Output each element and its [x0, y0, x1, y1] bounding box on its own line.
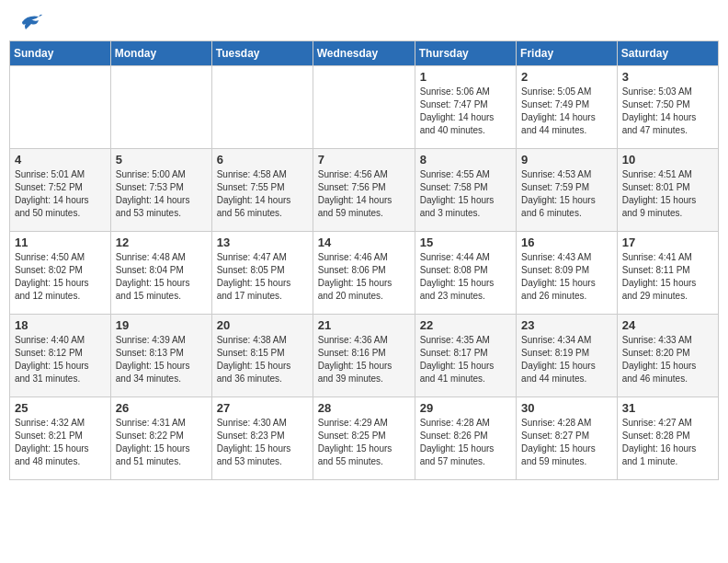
calendar-cell: 10Sunrise: 4:51 AM Sunset: 8:01 PM Dayli…	[617, 149, 718, 232]
calendar-cell: 15Sunrise: 4:44 AM Sunset: 8:08 PM Dayli…	[415, 232, 516, 315]
calendar-cell: 2Sunrise: 5:05 AM Sunset: 7:49 PM Daylig…	[517, 66, 618, 149]
day-number: 29	[420, 401, 511, 415]
day-number: 25	[15, 401, 106, 415]
day-number: 8	[420, 153, 511, 167]
day-info: Sunrise: 4:44 AM Sunset: 8:08 PM Dayligh…	[420, 251, 511, 303]
day-info: Sunrise: 4:48 AM Sunset: 8:04 PM Dayligh…	[116, 251, 207, 303]
day-number: 20	[217, 318, 308, 332]
day-info: Sunrise: 4:55 AM Sunset: 7:58 PM Dayligh…	[420, 168, 511, 220]
day-number: 17	[622, 236, 713, 249]
day-number: 30	[521, 401, 612, 415]
calendar-cell	[211, 66, 313, 149]
day-number: 22	[420, 318, 511, 332]
day-number: 13	[217, 236, 308, 249]
calendar-cell: 20Sunrise: 4:38 AM Sunset: 8:15 PM Dayli…	[211, 315, 313, 397]
calendar-week-row: 4Sunrise: 5:01 AM Sunset: 7:52 PM Daylig…	[10, 149, 719, 232]
day-number: 15	[420, 236, 511, 249]
day-number: 11	[15, 236, 106, 249]
calendar-cell: 5Sunrise: 5:00 AM Sunset: 7:53 PM Daylig…	[110, 149, 211, 232]
calendar-cell: 7Sunrise: 4:56 AM Sunset: 7:56 PM Daylig…	[313, 149, 415, 232]
day-info: Sunrise: 4:38 AM Sunset: 8:15 PM Dayligh…	[217, 334, 308, 385]
day-number: 4	[15, 153, 106, 167]
day-number: 9	[521, 153, 612, 167]
calendar-cell: 1Sunrise: 5:06 AM Sunset: 7:47 PM Daylig…	[415, 66, 516, 149]
day-number: 3	[622, 70, 713, 84]
calendar-cell: 23Sunrise: 4:34 AM Sunset: 8:19 PM Dayli…	[517, 315, 618, 397]
day-number: 7	[318, 153, 410, 167]
calendar-cell: 25Sunrise: 4:32 AM Sunset: 8:21 PM Dayli…	[10, 397, 111, 480]
day-number: 12	[116, 236, 207, 249]
day-number: 26	[116, 401, 207, 415]
day-number: 14	[318, 236, 410, 249]
calendar-cell: 27Sunrise: 4:30 AM Sunset: 8:23 PM Dayli…	[211, 397, 313, 480]
day-info: Sunrise: 4:31 AM Sunset: 8:22 PM Dayligh…	[116, 417, 207, 468]
day-number: 24	[622, 318, 713, 332]
day-info: Sunrise: 4:50 AM Sunset: 8:02 PM Dayligh…	[15, 251, 106, 303]
day-info: Sunrise: 4:28 AM Sunset: 8:26 PM Dayligh…	[420, 417, 511, 468]
day-number: 23	[521, 318, 612, 332]
calendar-cell: 4Sunrise: 5:01 AM Sunset: 7:52 PM Daylig…	[10, 149, 111, 232]
weekday-header-sunday: Sunday	[10, 41, 111, 66]
day-info: Sunrise: 4:46 AM Sunset: 8:06 PM Dayligh…	[318, 251, 410, 303]
day-info: Sunrise: 4:47 AM Sunset: 8:05 PM Dayligh…	[217, 251, 308, 303]
logo-bird-icon	[18, 13, 42, 33]
day-info: Sunrise: 4:56 AM Sunset: 7:56 PM Dayligh…	[318, 168, 410, 220]
calendar-cell: 13Sunrise: 4:47 AM Sunset: 8:05 PM Dayli…	[211, 232, 313, 315]
calendar-cell: 3Sunrise: 5:03 AM Sunset: 7:50 PM Daylig…	[617, 66, 718, 149]
calendar-cell: 31Sunrise: 4:27 AM Sunset: 8:28 PM Dayli…	[617, 397, 718, 480]
day-number: 5	[116, 153, 207, 167]
weekday-header-wednesday: Wednesday	[313, 41, 415, 66]
day-info: Sunrise: 4:29 AM Sunset: 8:25 PM Dayligh…	[318, 417, 410, 468]
day-info: Sunrise: 4:34 AM Sunset: 8:19 PM Dayligh…	[521, 334, 612, 385]
day-info: Sunrise: 5:05 AM Sunset: 7:49 PM Dayligh…	[521, 86, 612, 137]
day-number: 10	[622, 153, 713, 167]
weekday-header-thursday: Thursday	[415, 41, 516, 66]
calendar-cell: 29Sunrise: 4:28 AM Sunset: 8:26 PM Dayli…	[415, 397, 516, 480]
calendar-table: SundayMondayTuesdayWednesdayThursdayFrid…	[9, 40, 719, 480]
calendar-cell: 16Sunrise: 4:43 AM Sunset: 8:09 PM Dayli…	[517, 232, 618, 315]
calendar-cell	[10, 66, 111, 149]
day-info: Sunrise: 4:36 AM Sunset: 8:16 PM Dayligh…	[318, 334, 410, 385]
calendar-cell: 8Sunrise: 4:55 AM Sunset: 7:58 PM Daylig…	[415, 149, 516, 232]
day-info: Sunrise: 5:01 AM Sunset: 7:52 PM Dayligh…	[15, 168, 106, 220]
calendar-week-row: 11Sunrise: 4:50 AM Sunset: 8:02 PM Dayli…	[10, 232, 719, 315]
day-info: Sunrise: 4:43 AM Sunset: 8:09 PM Dayligh…	[521, 251, 612, 303]
day-number: 28	[318, 401, 410, 415]
day-number: 2	[521, 70, 612, 84]
calendar-cell: 9Sunrise: 4:53 AM Sunset: 7:59 PM Daylig…	[517, 149, 618, 232]
calendar-cell	[313, 66, 415, 149]
day-info: Sunrise: 4:41 AM Sunset: 8:11 PM Dayligh…	[622, 251, 713, 303]
calendar-cell: 24Sunrise: 4:33 AM Sunset: 8:20 PM Dayli…	[617, 315, 718, 397]
day-info: Sunrise: 4:53 AM Sunset: 7:59 PM Dayligh…	[521, 168, 612, 220]
weekday-header-monday: Monday	[110, 41, 211, 66]
calendar-week-row: 1Sunrise: 5:06 AM Sunset: 7:47 PM Daylig…	[10, 66, 719, 149]
day-info: Sunrise: 4:30 AM Sunset: 8:23 PM Dayligh…	[217, 417, 308, 468]
day-info: Sunrise: 4:58 AM Sunset: 7:55 PM Dayligh…	[217, 168, 308, 220]
calendar-cell: 26Sunrise: 4:31 AM Sunset: 8:22 PM Dayli…	[110, 397, 211, 480]
day-number: 16	[521, 236, 612, 249]
calendar-cell: 6Sunrise: 4:58 AM Sunset: 7:55 PM Daylig…	[211, 149, 313, 232]
day-number: 27	[217, 401, 308, 415]
weekday-header-saturday: Saturday	[617, 41, 718, 66]
day-info: Sunrise: 4:27 AM Sunset: 8:28 PM Dayligh…	[622, 417, 713, 468]
page-header	[9, 9, 719, 33]
calendar-cell: 18Sunrise: 4:40 AM Sunset: 8:12 PM Dayli…	[10, 315, 111, 397]
day-info: Sunrise: 5:00 AM Sunset: 7:53 PM Dayligh…	[116, 168, 207, 220]
day-info: Sunrise: 4:39 AM Sunset: 8:13 PM Dayligh…	[116, 334, 207, 385]
calendar-cell: 14Sunrise: 4:46 AM Sunset: 8:06 PM Dayli…	[313, 232, 415, 315]
calendar-cell: 12Sunrise: 4:48 AM Sunset: 8:04 PM Dayli…	[110, 232, 211, 315]
day-info: Sunrise: 4:28 AM Sunset: 8:27 PM Dayligh…	[521, 417, 612, 468]
calendar-cell: 19Sunrise: 4:39 AM Sunset: 8:13 PM Dayli…	[110, 315, 211, 397]
day-info: Sunrise: 5:06 AM Sunset: 7:47 PM Dayligh…	[420, 86, 511, 137]
calendar-cell	[110, 66, 211, 149]
weekday-header-tuesday: Tuesday	[211, 41, 313, 66]
calendar-cell: 17Sunrise: 4:41 AM Sunset: 8:11 PM Dayli…	[617, 232, 718, 315]
day-info: Sunrise: 4:32 AM Sunset: 8:21 PM Dayligh…	[15, 417, 106, 468]
day-info: Sunrise: 4:51 AM Sunset: 8:01 PM Dayligh…	[622, 168, 713, 220]
calendar-week-row: 25Sunrise: 4:32 AM Sunset: 8:21 PM Dayli…	[10, 397, 719, 480]
day-info: Sunrise: 5:03 AM Sunset: 7:50 PM Dayligh…	[622, 86, 713, 137]
calendar-week-row: 18Sunrise: 4:40 AM Sunset: 8:12 PM Dayli…	[10, 315, 719, 397]
calendar-cell: 30Sunrise: 4:28 AM Sunset: 8:27 PM Dayli…	[517, 397, 618, 480]
day-info: Sunrise: 4:35 AM Sunset: 8:17 PM Dayligh…	[420, 334, 511, 385]
weekday-header-row: SundayMondayTuesdayWednesdayThursdayFrid…	[10, 41, 719, 66]
